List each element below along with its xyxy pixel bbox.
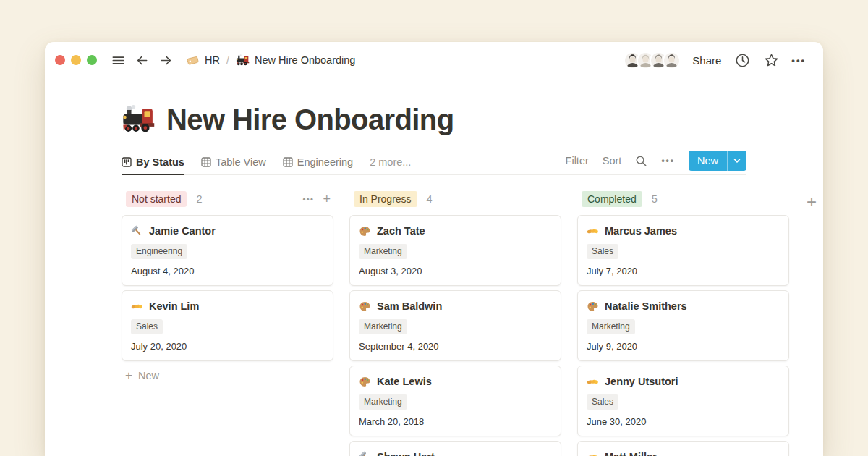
handshake-icon	[587, 451, 599, 456]
close-window-button[interactable]	[55, 55, 65, 65]
share-button[interactable]: Share	[692, 54, 721, 67]
sidebar-toggle-icon[interactable]	[111, 54, 125, 67]
hammer-icon	[359, 451, 371, 456]
palette-icon	[359, 300, 371, 313]
column-more-icon[interactable]: •••	[302, 195, 314, 203]
tab-label: Table View	[216, 156, 266, 168]
column-header: Not started2•••+	[122, 190, 333, 208]
card-person-name: Jenny Utsutori	[605, 374, 678, 389]
department-tag: Marketing	[359, 244, 407, 259]
card-list: Marcus JamesSalesJuly 7, 2020Natalie Smi…	[577, 215, 789, 456]
tab-by-status[interactable]: By Status	[122, 156, 184, 175]
app-window: HR / New Hire Onboarding Share •••	[45, 42, 823, 456]
department-tag: Engineering	[131, 244, 187, 259]
card-person-name: Zach Tate	[377, 224, 425, 238]
board-column-in-progress: In Progress4Zach TateMarketingAugust 3, …	[349, 190, 561, 456]
view-tabs-row: By StatusTable ViewEngineering2 more... …	[122, 151, 746, 175]
plus-icon: +	[125, 368, 132, 383]
card-person-name: Matt Miller	[605, 449, 657, 456]
chevron-down-icon[interactable]	[728, 151, 746, 171]
card-zach-tate[interactable]: Zach TateMarketingAugust 3, 2020	[349, 215, 561, 286]
back-icon[interactable]	[135, 54, 149, 67]
card-name-row: Zach Tate	[359, 224, 552, 238]
tab-2-more[interactable]: 2 more...	[370, 156, 411, 174]
column-status-badge[interactable]: Completed	[582, 191, 642, 207]
card-marcus-james[interactable]: Marcus JamesSalesJuly 7, 2020	[577, 215, 789, 286]
handshake-icon	[587, 225, 599, 237]
card-sam-baldwin[interactable]: Sam BaldwinMarketingSeptember 4, 2020	[349, 290, 561, 361]
card-kate-lewis[interactable]: Kate LewisMarketingMarch 20, 2018	[349, 366, 561, 436]
department-tag: Marketing	[359, 394, 407, 410]
view-tabs: By StatusTable ViewEngineering2 more...	[122, 156, 411, 174]
card-person-name: Jamie Cantor	[149, 224, 216, 238]
column-actions: •••+	[302, 193, 331, 205]
board-icon	[122, 157, 132, 167]
tab-table-view[interactable]: Table View	[201, 156, 266, 174]
breadcrumb-separator: /	[226, 54, 229, 66]
column-count: 2	[196, 193, 202, 205]
card-list: Jamie CantorEngineeringAugust 4, 2020Kev…	[122, 215, 333, 361]
start-date: August 4, 2020	[131, 265, 324, 277]
handshake-icon	[587, 376, 599, 388]
start-date: July 20, 2020	[131, 340, 324, 352]
card-name-row: Jenny Utsutori	[587, 374, 780, 389]
view-more-options-icon[interactable]: •••	[661, 156, 675, 166]
tab-engineering[interactable]: Engineering	[283, 156, 353, 174]
window-controls	[55, 55, 97, 65]
page-title: New Hire Onboarding	[166, 104, 454, 136]
search-icon[interactable]	[635, 155, 647, 167]
sort-button[interactable]: Sort	[603, 155, 622, 166]
kanban-board: Not started2•••+Jamie CantorEngineeringA…	[45, 190, 823, 456]
start-date: March 20, 2018	[359, 415, 552, 428]
card-matt-miller[interactable]: Matt Miller	[577, 441, 789, 456]
card-person-name: Natalie Smithers	[605, 299, 687, 313]
column-count: 4	[427, 193, 433, 205]
new-button-label[interactable]: New	[689, 151, 727, 171]
collaborator-avatars[interactable]	[624, 51, 681, 69]
titlebar-actions: Share •••	[624, 51, 806, 69]
updates-clock-icon[interactable]	[735, 53, 750, 68]
card-jenny-utsutori[interactable]: Jenny UtsutoriSalesJune 30, 2020	[577, 366, 789, 436]
card-shawn-hart[interactable]: Shawn Hart	[349, 441, 561, 456]
page-header: New Hire Onboarding	[45, 78, 823, 137]
zoom-window-button[interactable]	[87, 55, 97, 65]
card-person-name: Sam Baldwin	[377, 299, 442, 313]
breadcrumb: HR / New Hire Onboarding	[186, 54, 355, 67]
minimize-window-button[interactable]	[71, 55, 81, 65]
forward-icon[interactable]	[159, 54, 173, 67]
handshake-icon	[131, 300, 143, 313]
card-name-row: Kevin Lim	[131, 299, 324, 313]
board-column-not-started: Not started2•••+Jamie CantorEngineeringA…	[122, 190, 333, 456]
card-kevin-lim[interactable]: Kevin LimSalesJuly 20, 2020	[122, 290, 333, 361]
hammer-icon	[131, 225, 143, 237]
column-count: 5	[652, 193, 658, 205]
label-tag-icon	[186, 54, 200, 67]
tab-label: By Status	[136, 156, 184, 168]
add-card-button[interactable]: +New	[122, 368, 333, 383]
department-tag: Sales	[587, 244, 618, 259]
column-add-icon[interactable]: +	[323, 193, 331, 205]
breadcrumb-workspace[interactable]: HR	[205, 54, 220, 66]
column-status-badge[interactable]: Not started	[126, 191, 187, 207]
filter-button[interactable]: Filter	[566, 155, 589, 166]
favorite-star-icon[interactable]	[764, 53, 779, 68]
titlebar: HR / New Hire Onboarding Share •••	[45, 42, 823, 78]
board-column-completed: Completed5Marcus JamesSalesJuly 7, 2020N…	[577, 190, 789, 456]
card-jamie-cantor[interactable]: Jamie CantorEngineeringAugust 4, 2020	[122, 215, 333, 286]
more-options-icon[interactable]: •••	[791, 55, 806, 66]
table-icon	[201, 157, 211, 167]
card-list: Zach TateMarketingAugust 3, 2020Sam Bald…	[349, 215, 561, 456]
palette-icon	[359, 225, 371, 237]
card-natalie-smithers[interactable]: Natalie SmithersMarketingJuly 9, 2020	[577, 290, 789, 361]
department-tag: Marketing	[587, 319, 635, 334]
tab-label: Engineering	[297, 156, 353, 168]
column-status-badge[interactable]: In Progress	[354, 191, 417, 207]
breadcrumb-page[interactable]: New Hire Onboarding	[255, 54, 355, 66]
add-card-label: New	[138, 370, 159, 381]
card-person-name: Marcus James	[605, 224, 677, 238]
locomotive-icon	[122, 103, 156, 137]
card-name-row: Natalie Smithers	[587, 299, 780, 313]
new-button[interactable]: New	[689, 151, 746, 171]
add-group-button[interactable]: +	[807, 194, 817, 210]
avatar	[663, 51, 681, 69]
